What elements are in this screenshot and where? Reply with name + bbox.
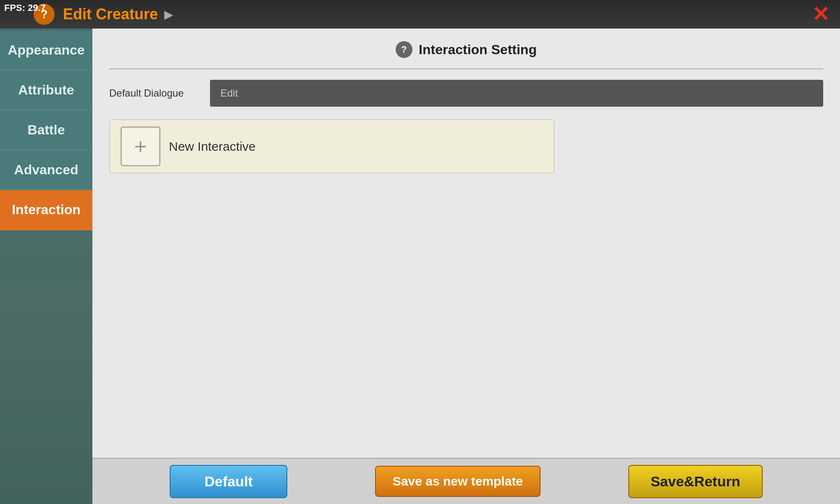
content-area: ? Interaction Setting Default Dialogue E… — [92, 29, 840, 504]
header-bar: FPS: 29.7 ? Edit Creature ▶ ✕ — [0, 0, 840, 29]
fps-display: FPS: 29.7 — [4, 3, 46, 13]
section-divider — [109, 68, 823, 69]
save-return-button[interactable]: Save&Return — [628, 465, 763, 498]
save-template-button[interactable]: Save as new template — [375, 466, 541, 497]
section-header: ? Interaction Setting — [109, 41, 823, 58]
new-interactive-card[interactable]: + New Interactive — [109, 119, 554, 173]
dialogue-label: Default Dialogue — [109, 87, 202, 99]
main-container: Appearance Attribute Battle Advanced Int… — [0, 29, 840, 504]
sidebar-tab-interaction[interactable]: Interaction — [0, 190, 92, 230]
sidebar: Appearance Attribute Battle Advanced Int… — [0, 29, 92, 504]
close-icon: ✕ — [812, 4, 830, 25]
sidebar-tab-attribute[interactable]: Attribute — [0, 71, 92, 110]
header-title: Edit Creature — [63, 5, 158, 23]
bottom-bar: Default Save as new template Save&Return — [92, 458, 840, 504]
sidebar-tab-appearance[interactable]: Appearance — [0, 31, 92, 71]
plus-icon: + — [134, 136, 147, 158]
header-arrow: ▶ — [164, 8, 173, 21]
dialogue-edit-button[interactable]: Edit — [210, 80, 823, 107]
sidebar-tab-advanced[interactable]: Advanced — [0, 150, 92, 190]
new-interactive-label: New Interactive — [169, 139, 256, 154]
dialogue-row: Default Dialogue Edit — [109, 80, 823, 107]
sidebar-tab-battle[interactable]: Battle — [0, 110, 92, 150]
section-title: Interaction Setting — [419, 42, 537, 58]
section-help-icon[interactable]: ? — [396, 41, 412, 58]
default-button[interactable]: Default — [170, 465, 287, 498]
close-button[interactable]: ✕ — [810, 3, 832, 25]
content-main: ? Interaction Setting Default Dialogue E… — [92, 29, 840, 458]
plus-box: + — [121, 126, 160, 166]
